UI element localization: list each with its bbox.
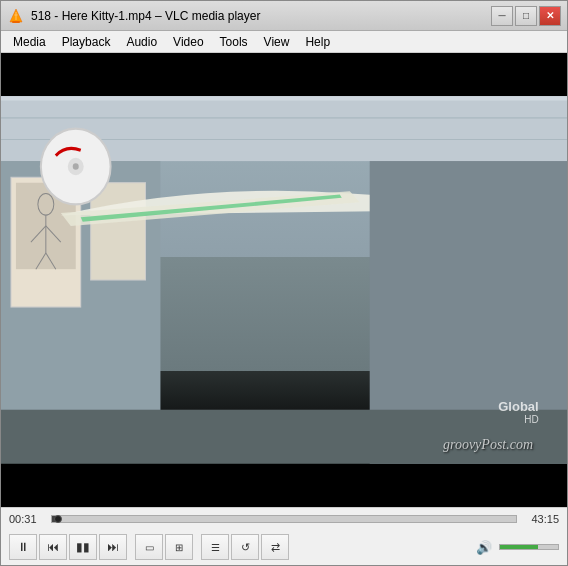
menu-playback[interactable]: Playback — [54, 31, 119, 53]
video-frame: Global HD groovyPost.com — [1, 53, 567, 507]
controls-bar: 00:31 43:15 ⏸ ⏮ ▮▮ ⏭ ▭ ⊞ ☰ — [1, 507, 567, 565]
svg-rect-5 — [1, 464, 567, 507]
menubar: Media Playback Audio Video Tools View He… — [1, 31, 567, 53]
video-area: Global HD groovyPost.com — [1, 53, 567, 507]
volume-bar[interactable] — [499, 544, 559, 550]
svg-rect-19 — [91, 183, 146, 280]
video-content: Global HD groovyPost.com — [1, 53, 567, 507]
buttons-row: ⏸ ⏮ ▮▮ ⏭ ▭ ⊞ ☰ ↺ ⇄ 🔊 — [1, 530, 567, 565]
seek-progress — [52, 516, 58, 522]
seek-row: 00:31 43:15 — [1, 508, 567, 530]
separator-1 — [129, 534, 133, 560]
prev-chapter-button[interactable]: ⏮ — [39, 534, 67, 560]
playlist-button[interactable]: ☰ — [201, 534, 229, 560]
titlebar: 518 - Here Kitty-1.mp4 – VLC media playe… — [1, 1, 567, 31]
time-current: 00:31 — [9, 513, 45, 525]
svg-rect-4 — [1, 53, 567, 96]
stop-button[interactable]: ▮▮ — [69, 534, 97, 560]
video-scene — [1, 53, 567, 507]
volume-fill — [500, 545, 538, 549]
window-title: 518 - Here Kitty-1.mp4 – VLC media playe… — [31, 9, 260, 23]
titlebar-left: 518 - Here Kitty-1.mp4 – VLC media playe… — [7, 7, 260, 25]
volume-icon[interactable]: 🔊 — [473, 536, 495, 558]
maximize-button[interactable]: □ — [515, 6, 537, 26]
toggle-video-button[interactable]: ▭ — [135, 534, 163, 560]
menu-video[interactable]: Video — [165, 31, 211, 53]
svg-rect-32 — [1, 410, 567, 464]
svg-point-22 — [73, 163, 79, 169]
vlc-icon — [7, 7, 25, 25]
window-controls: ─ □ ✕ — [491, 6, 561, 26]
loop-button[interactable]: ↺ — [231, 534, 259, 560]
menu-view[interactable]: View — [256, 31, 298, 53]
seek-handle[interactable] — [54, 515, 62, 523]
svg-rect-1 — [12, 21, 20, 23]
play-pause-button[interactable]: ⏸ — [9, 534, 37, 560]
seek-bar[interactable] — [51, 515, 517, 523]
close-button[interactable]: ✕ — [539, 6, 561, 26]
volume-area: 🔊 — [473, 536, 559, 558]
next-chapter-button[interactable]: ⏭ — [99, 534, 127, 560]
menu-media[interactable]: Media — [5, 31, 54, 53]
menu-audio[interactable]: Audio — [118, 31, 165, 53]
svg-rect-7 — [1, 96, 567, 100]
extended-settings-button[interactable]: ⊞ — [165, 534, 193, 560]
minimize-button[interactable]: ─ — [491, 6, 513, 26]
random-button[interactable]: ⇄ — [261, 534, 289, 560]
menu-help[interactable]: Help — [297, 31, 338, 53]
menu-tools[interactable]: Tools — [212, 31, 256, 53]
separator-2 — [195, 534, 199, 560]
vlc-window: 518 - Here Kitty-1.mp4 – VLC media playe… — [0, 0, 568, 566]
time-total: 43:15 — [523, 513, 559, 525]
